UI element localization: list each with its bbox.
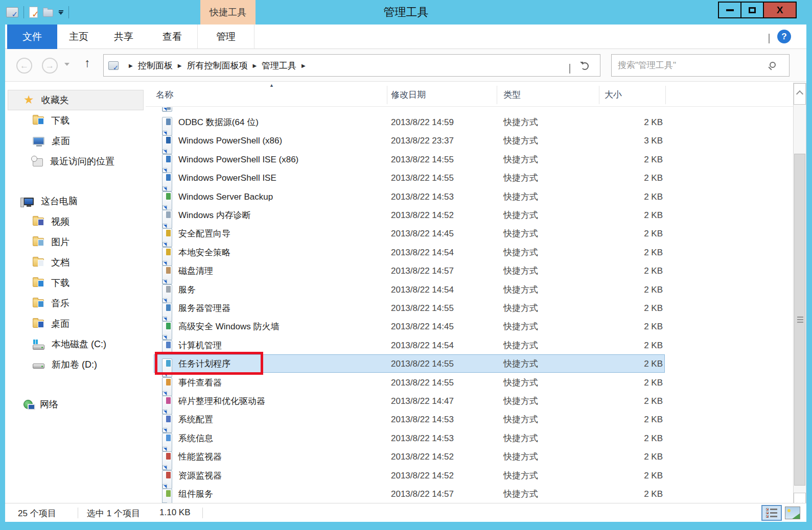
breadcrumb-arrow-icon[interactable]: ▶ [301,63,306,68]
search-input[interactable] [618,55,766,76]
file-row[interactable]: 系统信息2013/8/22 14:53快捷方式2 KB [146,429,786,448]
sidebar-item-download-folder[interactable]: 下载 [33,110,69,131]
status-divider [202,508,203,518]
recent-locations-dropdown-icon[interactable] [64,63,69,66]
window-content: 文件 主页共享查看管理 ? ← → ↑ ▶控制面板▶所有控制面板项▶管理工具▶ … [5,25,806,522]
tab-1[interactable]: 主页 [57,25,100,49]
scrollbar-thumb[interactable] [794,154,805,486]
file-name: Windows PowerShell ISE [178,168,276,187]
tab-file[interactable]: 文件 [7,25,57,49]
admin-tools-app-icon[interactable] [6,7,18,17]
toolbar-separator [24,6,24,18]
file-row[interactable]: 服务器管理器2013/8/22 14:55快捷方式2 KB [146,299,786,318]
search-icon[interactable] [770,62,776,68]
file-size: 2 KB [598,150,663,169]
tab-3[interactable]: 查看 [147,25,197,49]
file-row[interactable]: 系统配置2013/8/22 14:53快捷方式2 KB [146,410,786,429]
recent-places-icon [33,158,43,166]
disk-c-icon [33,345,44,350]
file-row[interactable]: ODBC 数据源(64 位)2013/8/22 14:59快捷方式2 KB [146,113,786,132]
maximize-button[interactable] [740,2,764,18]
breadcrumb-segment[interactable]: 所有控制面板项 [187,60,247,71]
minimize-icon [726,9,734,11]
column-divider[interactable] [387,86,387,104]
file-row[interactable]: 碎片整理和优化驱动器2013/8/22 14:47快捷方式2 KB [146,392,786,411]
sidebar-item-download-folder[interactable]: 下载 [33,273,69,293]
breadcrumb-arrow-icon[interactable]: ▶ [252,63,257,68]
sidebar-item-computer[interactable]: 这台电脑 [24,191,78,211]
sidebar-item-network[interactable]: 网络 [24,394,58,415]
close-button[interactable]: X [763,2,797,18]
qat-dropdown-icon[interactable] [58,10,63,15]
file-row[interactable]: 高级安全 Windows 防火墙2013/8/22 14:45快捷方式2 KB [146,317,786,336]
back-button[interactable]: ← [16,58,32,74]
tab-2[interactable]: 共享 [100,25,147,49]
address-bar[interactable]: ▶控制面板▶所有控制面板项▶管理工具▶ [103,54,600,77]
file-type: 快捷方式 [503,131,538,150]
file-row[interactable]: 安全配置向导2013/8/22 14:45快捷方式2 KB [146,224,786,243]
breadcrumb-arrow-icon[interactable]: ▶ [129,63,133,68]
address-dropdown-icon[interactable] [569,64,570,73]
sidebar-item-music-folder[interactable]: 音乐 [33,293,69,314]
help-button[interactable]: ? [777,30,791,43]
column-header-name[interactable]: 名称 [156,89,173,101]
thumbnail-view-button[interactable] [785,507,800,519]
breadcrumb-arrow-icon[interactable]: ▶ [178,63,182,68]
sidebar-item-label: 新加卷 (D:) [52,358,97,371]
sidebar-item-videos-folder[interactable]: 视频 [33,211,69,232]
file-row[interactable]: 本地安全策略2013/8/22 14:54快捷方式2 KB [146,243,786,262]
scroll-up-button[interactable] [794,83,806,105]
file-row-partial [146,107,786,113]
file-date: 2013/8/22 14:54 [391,336,454,355]
minimize-button[interactable] [718,2,741,18]
breadcrumb-segment[interactable]: 控制面板 [138,60,173,71]
breadcrumb-segment[interactable]: 管理工具 [262,60,296,71]
details-view-button[interactable] [761,505,782,521]
sidebar-item-desktop-monitor[interactable]: 桌面 [33,131,70,151]
ribbon-collapse-button[interactable] [769,34,770,43]
refresh-icon[interactable] [581,62,589,70]
file-row-selected[interactable]: 任务计划程序2013/8/22 14:55快捷方式2 KB [146,354,786,373]
file-type: 快捷方式 [503,317,538,336]
sidebar-item-star[interactable]: 收藏夹 [8,90,144,110]
properties-icon[interactable] [29,7,38,18]
file-row[interactable]: 服务2013/8/22 14:54快捷方式2 KB [146,280,786,299]
explorer-window: 快捷工具 管理工具 X 文件 主页共享查看管理 ? ← → ↑ ▶控制面板▶所有… [0,0,812,530]
toolbar-separator [68,6,69,18]
sidebar-item-desktop-folder[interactable]: 桌面 [33,314,69,334]
file-size: 2 KB [598,224,663,243]
file-date: 2013/8/22 14:59 [391,113,454,132]
file-type: 快捷方式 [503,187,538,206]
file-row[interactable]: 组件服务2013/8/22 14:57快捷方式2 KB [146,485,786,503]
file-row[interactable]: Windows PowerShell (x86)2013/8/22 23:37快… [146,131,786,150]
file-name: 安全配置向导 [178,224,230,243]
column-divider[interactable] [665,86,666,104]
file-row[interactable]: Windows PowerShell ISE (x86)2013/8/22 14… [146,150,786,169]
file-row[interactable]: 事件查看器2013/8/22 14:55快捷方式2 KB [146,373,786,392]
sidebar-item-recent-places[interactable]: 最近访问的位置 [33,151,114,172]
sidebar-item-disk-d[interactable]: 新加卷 (D:) [33,354,97,375]
sidebar-item-pictures-folder[interactable]: 图片 [33,232,69,252]
file-date: 2013/8/22 23:37 [391,131,454,150]
column-header-size[interactable]: 大小 [605,89,622,101]
sidebar-item-documents-folder[interactable]: 文档 [33,252,69,273]
column-header-date[interactable]: 修改日期 [391,89,426,101]
file-row[interactable]: Windows PowerShell ISE2013/8/22 14:55快捷方… [146,168,786,187]
file-size: 2 KB [598,485,663,503]
file-row[interactable]: Windows Server Backup2013/8/22 14:53快捷方式… [146,187,786,206]
up-button[interactable]: ↑ [84,56,90,70]
file-row[interactable]: Windows 内存诊断2013/8/22 14:52快捷方式2 KB [146,206,786,225]
file-row[interactable]: 磁盘清理2013/8/22 14:57快捷方式2 KB [146,261,786,280]
column-divider[interactable] [497,86,497,104]
shortcut-icon [162,107,172,112]
file-name: 事件查看器 [178,373,222,392]
forward-button[interactable]: → [42,58,58,74]
new-folder-icon[interactable] [43,9,53,17]
column-divider[interactable] [599,86,599,104]
tab-4[interactable]: 管理 [197,25,254,49]
column-header-type[interactable]: 类型 [503,89,521,101]
sidebar-item-disk-c[interactable]: 本地磁盘 (C:) [33,334,106,354]
file-row[interactable]: 资源监视器2013/8/22 14:52快捷方式2 KB [146,466,786,485]
file-size: 2 KB [598,243,663,262]
file-row[interactable]: 性能监视器2013/8/22 14:52快捷方式2 KB [146,447,786,466]
